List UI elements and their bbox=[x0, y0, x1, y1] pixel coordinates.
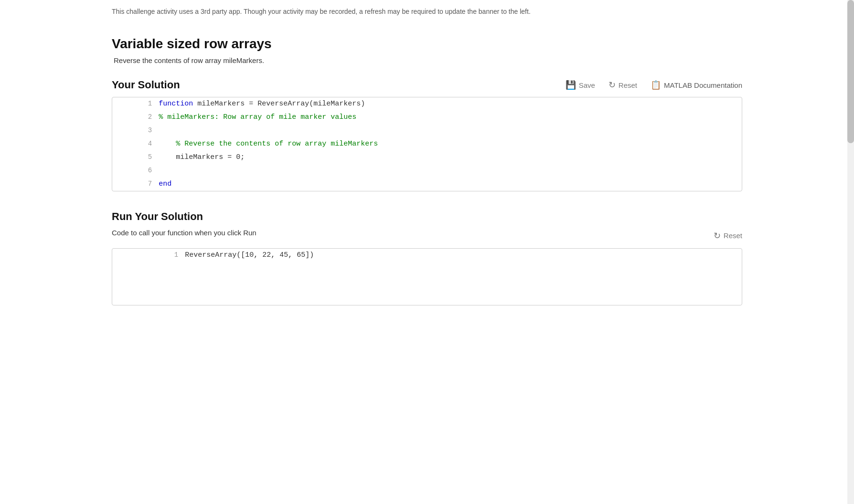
table-row: 1ReverseArray([10, 22, 45, 65]) bbox=[112, 249, 742, 262]
line-number: 2 bbox=[112, 111, 157, 124]
line-content: function mileMarkers = ReverseArray(mile… bbox=[157, 97, 742, 111]
scrollbar-thumb[interactable] bbox=[847, 0, 854, 143]
line-content: % mileMarkers: Row array of mile marker … bbox=[157, 111, 742, 124]
line-number: 5 bbox=[112, 151, 157, 164]
line-number: 1 bbox=[112, 97, 157, 111]
reset-label: Reset bbox=[619, 81, 637, 89]
table-row: 5 mileMarkers = 0; bbox=[112, 151, 742, 164]
table-row: 4 % Reverse the contents of row array mi… bbox=[112, 137, 742, 151]
matlab-doc-icon: 📋 bbox=[651, 80, 661, 90]
line-content bbox=[157, 124, 742, 137]
line-content: ReverseArray([10, 22, 45, 65]) bbox=[183, 249, 742, 262]
top-notice: This challenge activity uses a 3rd party… bbox=[112, 0, 742, 25]
save-label: Save bbox=[579, 81, 595, 89]
problem-description: Reverse the contents of row array mileMa… bbox=[112, 56, 742, 64]
line-number: 4 bbox=[112, 137, 157, 151]
matlab-doc-label: MATLAB Documentation bbox=[664, 81, 742, 89]
run-reset-icon: ↻ bbox=[714, 231, 721, 241]
line-content: end bbox=[157, 178, 742, 191]
line-number: 7 bbox=[112, 178, 157, 191]
reset-icon: ↻ bbox=[608, 80, 616, 90]
run-solution-heading: Run Your Solution bbox=[112, 210, 742, 223]
line-content bbox=[157, 164, 742, 178]
table-row: 6 bbox=[112, 164, 742, 178]
solution-code-editor[interactable]: 1function mileMarkers = ReverseArray(mil… bbox=[112, 97, 742, 191]
table-row: 2% mileMarkers: Row array of mile marker… bbox=[112, 111, 742, 124]
run-description: Code to call your function when you clic… bbox=[112, 229, 256, 237]
matlab-doc-button[interactable]: 📋 MATLAB Documentation bbox=[651, 80, 742, 90]
run-reset-button[interactable]: ↻ Reset bbox=[714, 231, 742, 241]
line-content: mileMarkers = 0; bbox=[157, 151, 742, 164]
line-number: 3 bbox=[112, 124, 157, 137]
table-row: 3 bbox=[112, 124, 742, 137]
save-icon: 💾 bbox=[566, 80, 576, 90]
table-row: 7end bbox=[112, 178, 742, 191]
table-row: 1function mileMarkers = ReverseArray(mil… bbox=[112, 97, 742, 111]
line-number: 6 bbox=[112, 164, 157, 178]
reset-button[interactable]: ↻ Reset bbox=[608, 80, 637, 90]
your-solution-heading: Your Solution bbox=[112, 79, 180, 91]
line-content: % Reverse the contents of row array mile… bbox=[157, 137, 742, 151]
save-button[interactable]: 💾 Save bbox=[566, 80, 595, 90]
page-title: Variable sized row arrays bbox=[112, 36, 742, 52]
run-code-editor[interactable]: 1ReverseArray([10, 22, 45, 65]) bbox=[112, 248, 742, 305]
line-number: 1 bbox=[112, 249, 183, 262]
run-reset-label: Reset bbox=[724, 231, 742, 240]
